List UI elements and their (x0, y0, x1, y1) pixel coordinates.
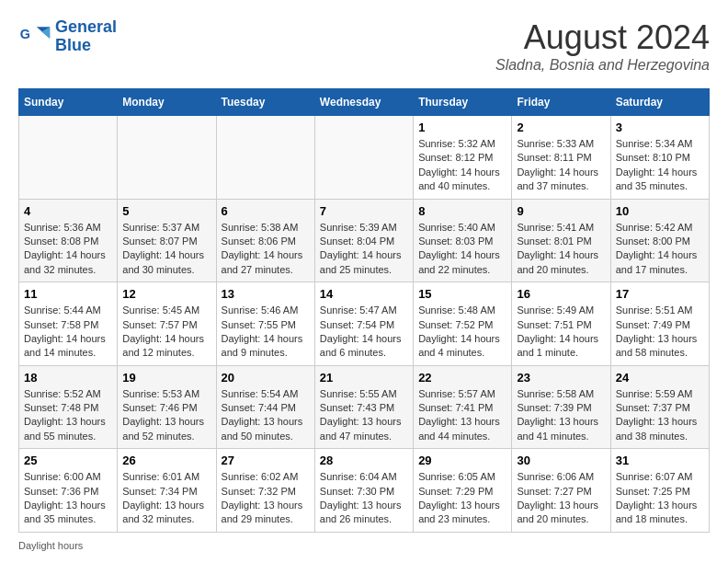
logo-text: General Blue (55, 18, 117, 55)
day-number: 20 (222, 371, 310, 385)
col-header-tuesday: Tuesday (216, 89, 314, 116)
day-number: 1 (418, 121, 506, 134)
day-number: 7 (320, 204, 408, 218)
day-info: Sunrise: 5:36 AM Sunset: 8:08 PM Dayligh… (24, 221, 112, 278)
header-row: SundayMondayTuesdayWednesdayThursdayFrid… (19, 89, 710, 116)
day-cell: 28Sunrise: 6:04 AM Sunset: 7:30 PM Dayli… (314, 449, 413, 533)
day-number: 24 (616, 371, 704, 385)
day-cell: 2Sunrise: 5:33 AM Sunset: 8:11 PM Daylig… (512, 116, 610, 200)
day-cell: 16Sunrise: 5:49 AM Sunset: 7:51 PM Dayli… (512, 282, 610, 366)
day-cell: 27Sunrise: 6:02 AM Sunset: 7:32 PM Dayli… (216, 449, 314, 533)
day-number: 29 (418, 454, 506, 467)
location-subtitle: Sladna, Bosnia and Herzegovina (495, 57, 710, 74)
day-cell: 8Sunrise: 5:40 AM Sunset: 8:03 PM Daylig… (414, 199, 512, 282)
day-cell: 18Sunrise: 5:52 AM Sunset: 7:48 PM Dayli… (19, 365, 118, 449)
day-info: Sunrise: 5:59 AM Sunset: 7:37 PM Dayligh… (616, 387, 704, 444)
day-info: Sunrise: 5:49 AM Sunset: 7:51 PM Dayligh… (517, 304, 605, 361)
week-row-3: 11Sunrise: 5:44 AM Sunset: 7:58 PM Dayli… (19, 282, 710, 366)
day-cell: 11Sunrise: 5:44 AM Sunset: 7:58 PM Dayli… (19, 282, 118, 366)
day-info: Sunrise: 5:45 AM Sunset: 7:57 PM Dayligh… (122, 304, 210, 361)
day-number: 19 (122, 371, 210, 385)
day-number: 28 (320, 454, 408, 467)
day-number: 31 (616, 454, 704, 467)
day-cell: 14Sunrise: 5:47 AM Sunset: 7:54 PM Dayli… (314, 282, 413, 366)
day-cell: 3Sunrise: 5:34 AM Sunset: 8:10 PM Daylig… (610, 116, 709, 200)
day-info: Sunrise: 5:39 AM Sunset: 8:04 PM Dayligh… (320, 221, 408, 278)
day-cell: 13Sunrise: 5:46 AM Sunset: 7:55 PM Dayli… (216, 282, 314, 366)
day-cell: 25Sunrise: 6:00 AM Sunset: 7:36 PM Dayli… (19, 449, 118, 533)
calendar-table: SundayMondayTuesdayWednesdayThursdayFrid… (18, 88, 710, 533)
day-number: 11 (24, 287, 112, 301)
day-cell (19, 116, 118, 200)
day-cell: 9Sunrise: 5:41 AM Sunset: 8:01 PM Daylig… (512, 199, 610, 282)
day-number: 5 (122, 204, 210, 218)
day-cell: 21Sunrise: 5:55 AM Sunset: 7:43 PM Dayli… (314, 365, 413, 449)
col-header-monday: Monday (118, 89, 216, 116)
month-year-title: August 2024 (495, 18, 710, 57)
day-info: Sunrise: 5:58 AM Sunset: 7:39 PM Dayligh… (517, 387, 605, 444)
week-row-2: 4Sunrise: 5:36 AM Sunset: 8:08 PM Daylig… (19, 199, 710, 282)
day-cell: 22Sunrise: 5:57 AM Sunset: 7:41 PM Dayli… (414, 365, 512, 449)
day-info: Sunrise: 5:33 AM Sunset: 8:11 PM Dayligh… (517, 137, 605, 194)
day-cell: 24Sunrise: 5:59 AM Sunset: 7:37 PM Dayli… (610, 365, 709, 449)
day-number: 2 (517, 121, 605, 134)
day-cell: 10Sunrise: 5:42 AM Sunset: 8:00 PM Dayli… (610, 199, 709, 282)
day-cell: 17Sunrise: 5:51 AM Sunset: 7:49 PM Dayli… (610, 282, 709, 366)
day-info: Sunrise: 6:05 AM Sunset: 7:29 PM Dayligh… (418, 470, 506, 527)
day-info: Sunrise: 5:57 AM Sunset: 7:41 PM Dayligh… (418, 387, 506, 444)
svg-text:G: G (20, 27, 30, 41)
day-cell: 15Sunrise: 5:48 AM Sunset: 7:52 PM Dayli… (414, 282, 512, 366)
header: G General Blue August 2024 Sladna, Bosni… (18, 18, 710, 74)
day-info: Sunrise: 5:44 AM Sunset: 7:58 PM Dayligh… (24, 304, 112, 361)
day-info: Sunrise: 5:54 AM Sunset: 7:44 PM Dayligh… (222, 387, 310, 444)
day-cell: 29Sunrise: 6:05 AM Sunset: 7:29 PM Dayli… (414, 449, 512, 533)
day-info: Sunrise: 5:41 AM Sunset: 8:01 PM Dayligh… (517, 221, 605, 278)
day-info: Sunrise: 6:00 AM Sunset: 7:36 PM Dayligh… (24, 470, 112, 527)
day-info: Sunrise: 5:51 AM Sunset: 7:49 PM Dayligh… (616, 304, 704, 361)
logo-icon: G (18, 20, 51, 53)
day-cell (216, 116, 314, 200)
day-number: 8 (418, 204, 506, 218)
day-number: 3 (616, 121, 704, 134)
day-info: Sunrise: 5:47 AM Sunset: 7:54 PM Dayligh… (320, 304, 408, 361)
week-row-4: 18Sunrise: 5:52 AM Sunset: 7:48 PM Dayli… (19, 365, 710, 449)
logo: G General Blue (18, 18, 117, 55)
day-number: 25 (24, 454, 112, 467)
day-number: 23 (517, 371, 605, 385)
day-number: 16 (517, 287, 605, 301)
day-cell: 7Sunrise: 5:39 AM Sunset: 8:04 PM Daylig… (314, 199, 413, 282)
day-info: Sunrise: 5:37 AM Sunset: 8:07 PM Dayligh… (122, 221, 210, 278)
day-cell: 26Sunrise: 6:01 AM Sunset: 7:34 PM Dayli… (118, 449, 216, 533)
title-section: August 2024 Sladna, Bosnia and Herzegovi… (495, 18, 710, 74)
day-cell: 12Sunrise: 5:45 AM Sunset: 7:57 PM Dayli… (118, 282, 216, 366)
footer-note: Daylight hours (18, 540, 710, 551)
day-number: 10 (616, 204, 704, 218)
day-number: 21 (320, 371, 408, 385)
day-cell: 30Sunrise: 6:06 AM Sunset: 7:27 PM Dayli… (512, 449, 610, 533)
day-info: Sunrise: 6:04 AM Sunset: 7:30 PM Dayligh… (320, 470, 408, 527)
day-info: Sunrise: 5:48 AM Sunset: 7:52 PM Dayligh… (418, 304, 506, 361)
day-cell (314, 116, 413, 200)
day-info: Sunrise: 5:40 AM Sunset: 8:03 PM Dayligh… (418, 221, 506, 278)
day-info: Sunrise: 6:06 AM Sunset: 7:27 PM Dayligh… (517, 470, 605, 527)
day-info: Sunrise: 5:32 AM Sunset: 8:12 PM Dayligh… (418, 137, 506, 194)
day-cell (118, 116, 216, 200)
day-cell: 6Sunrise: 5:38 AM Sunset: 8:06 PM Daylig… (216, 199, 314, 282)
day-number: 17 (616, 287, 704, 301)
day-number: 18 (24, 371, 112, 385)
day-cell: 31Sunrise: 6:07 AM Sunset: 7:25 PM Dayli… (610, 449, 709, 533)
day-number: 6 (222, 204, 310, 218)
day-number: 27 (222, 454, 310, 467)
col-header-friday: Friday (512, 89, 610, 116)
day-cell: 5Sunrise: 5:37 AM Sunset: 8:07 PM Daylig… (118, 199, 216, 282)
day-cell: 23Sunrise: 5:58 AM Sunset: 7:39 PM Dayli… (512, 365, 610, 449)
day-info: Sunrise: 6:07 AM Sunset: 7:25 PM Dayligh… (616, 470, 704, 527)
day-info: Sunrise: 5:53 AM Sunset: 7:46 PM Dayligh… (122, 387, 210, 444)
day-info: Sunrise: 5:38 AM Sunset: 8:06 PM Dayligh… (222, 221, 310, 278)
day-number: 12 (122, 287, 210, 301)
day-number: 26 (122, 454, 210, 467)
day-cell: 1Sunrise: 5:32 AM Sunset: 8:12 PM Daylig… (414, 116, 512, 200)
col-header-wednesday: Wednesday (314, 89, 413, 116)
day-number: 13 (222, 287, 310, 301)
day-info: Sunrise: 5:34 AM Sunset: 8:10 PM Dayligh… (616, 137, 704, 194)
